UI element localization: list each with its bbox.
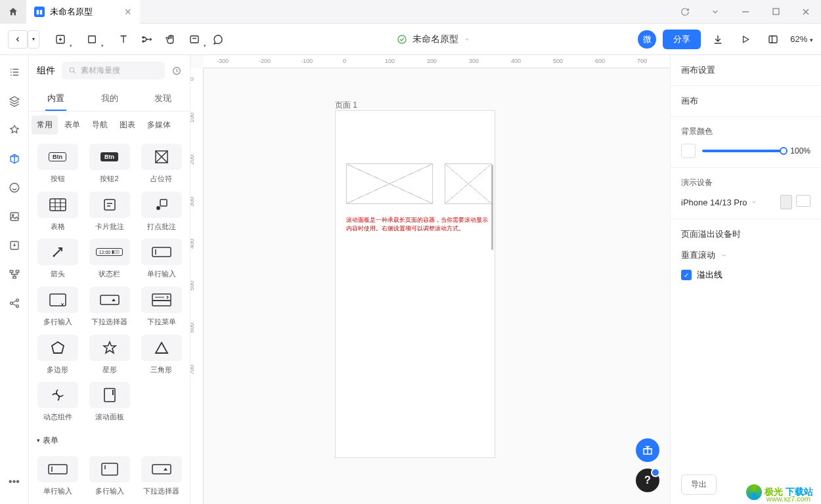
components-icon[interactable]	[5, 150, 24, 168]
tab-discover[interactable]: 发现	[136, 86, 190, 111]
hand-tool[interactable]	[160, 29, 181, 50]
comp-placeholder[interactable]: 占位符	[138, 144, 185, 186]
close-icon[interactable]: ✕	[124, 7, 132, 17]
overflow-line-label: 溢出线	[697, 269, 722, 281]
close-button[interactable]	[791, 0, 821, 24]
export-icon[interactable]	[5, 236, 24, 255]
overflow-checkbox[interactable]: ✓	[681, 270, 692, 280]
chevron-down-icon[interactable]	[464, 36, 470, 43]
document-name[interactable]: 未命名原型	[412, 33, 458, 45]
svg-rect-1	[773, 9, 779, 14]
overflow-label: 页面溢出设备时	[681, 228, 810, 240]
svg-rect-9	[769, 35, 777, 43]
comp-dynamic[interactable]: 动态组件	[34, 382, 81, 425]
comp-arrow[interactable]: 箭头	[34, 239, 81, 282]
flow-icon[interactable]	[5, 265, 24, 284]
history-icon[interactable]	[171, 66, 182, 76]
scroll-select[interactable]: 垂直滚动	[681, 249, 810, 261]
cat-form[interactable]: 表单	[59, 116, 85, 135]
portrait-button[interactable]	[780, 195, 792, 209]
device-select[interactable]: iPhone 14/13 Pro	[681, 198, 757, 207]
maximize-button[interactable]	[761, 0, 791, 24]
color-swatch[interactable]	[681, 144, 696, 158]
comp-polygon[interactable]: 多边形	[34, 335, 81, 377]
canvas[interactable]: -300 -200 -100 0 100 200 300 400 500 600…	[190, 55, 670, 504]
layers-icon[interactable]	[5, 92, 24, 110]
placeholder-1[interactable]	[346, 163, 433, 204]
outline-icon[interactable]	[5, 63, 24, 81]
cat-chart[interactable]: 图表	[114, 116, 141, 135]
cat-media[interactable]: 多媒体	[142, 116, 176, 135]
artboard[interactable]: 滚动面板是一种承载长页面的容器，当你需要滚动显示内容时使用。右侧设置项可以调整滚…	[335, 110, 495, 458]
back-dropdown[interactable]: ▾	[28, 30, 39, 49]
add-tool[interactable]: ▾	[50, 29, 71, 50]
section-form[interactable]: ▾表单	[34, 430, 185, 452]
gift-button[interactable]	[636, 438, 659, 462]
svg-point-11	[10, 183, 19, 192]
assets-icon[interactable]	[5, 121, 24, 139]
link-tool[interactable]	[137, 29, 158, 50]
comp-scroll-panel[interactable]: 滚动面板	[86, 382, 133, 425]
canvas-settings-tab[interactable]: 画布设置	[671, 55, 821, 86]
comp-textarea[interactable]: 多行输入	[34, 287, 81, 329]
note-tool[interactable]: ▾	[184, 29, 205, 50]
comp-input[interactable]: 单行输入	[138, 239, 185, 282]
comp-card-note[interactable]: 卡片批注	[86, 192, 133, 234]
panel-toggle[interactable]	[763, 29, 784, 50]
properties-panel: 画布设置 画布 背景颜色 100% 演示设备 iPhone 14/13 Pro …	[670, 55, 821, 504]
play-button[interactable]	[735, 29, 756, 50]
comp-form-input1[interactable]: 单行输入	[34, 456, 81, 499]
document-tab[interactable]: ▮▮ 未命名原型 ✕	[26, 0, 140, 24]
scrollbar[interactable]	[491, 165, 493, 250]
shape-tool[interactable]: ▾	[81, 29, 102, 50]
comp-dropdown-menu[interactable]: 下拉菜单	[138, 287, 185, 329]
wei-avatar[interactable]: 微	[638, 30, 656, 49]
svg-rect-7	[190, 35, 198, 43]
emoji-icon[interactable]	[5, 178, 24, 197]
cat-nav[interactable]: 导航	[87, 116, 113, 135]
device-section: 演示设备 iPhone 14/13 Pro	[671, 168, 821, 219]
comp-button2[interactable]: Btn按钮2	[86, 144, 133, 186]
page-label[interactable]: 页面 1	[335, 100, 357, 111]
back-button[interactable]	[8, 30, 28, 49]
tab-builtin[interactable]: 内置	[29, 86, 83, 111]
helper-text[interactable]: 滚动面板是一种承载长页面的容器，当你需要滚动显示内容时使用。右侧设置项可以调整滚…	[346, 216, 488, 232]
svg-rect-15	[10, 270, 13, 272]
app-icon: ▮▮	[34, 7, 45, 17]
help-button[interactable]: ?	[636, 469, 659, 492]
svg-point-27	[156, 206, 160, 210]
comp-statusbar[interactable]: 12:00▮▯▯状态栏	[86, 239, 133, 282]
overflow-section: 页面溢出设备时 垂直滚动 ✓ 溢出线	[671, 219, 821, 290]
search-input[interactable]: 素材海量搜	[62, 62, 165, 79]
tab-title: 未命名原型	[50, 6, 93, 18]
svg-rect-34	[152, 301, 171, 306]
comp-form-textarea[interactable]: 多行输入	[86, 456, 133, 499]
image-icon[interactable]	[5, 207, 24, 226]
share-icon[interactable]	[5, 294, 24, 312]
comp-select[interactable]: 下拉选择器	[86, 287, 133, 329]
more-icon[interactable]: •••	[5, 472, 24, 491]
svg-point-21	[70, 68, 74, 72]
comp-table[interactable]: 表格	[34, 192, 81, 234]
canvas-tab[interactable]: 画布	[671, 86, 821, 117]
chevron-down-icon[interactable]	[700, 0, 730, 24]
refresh-icon[interactable]	[670, 0, 700, 24]
home-button[interactable]	[0, 0, 26, 24]
landscape-button[interactable]	[796, 195, 810, 207]
minimize-button[interactable]	[730, 0, 761, 24]
share-button[interactable]: 分享	[663, 30, 701, 49]
comp-triangle[interactable]: 三角形	[138, 335, 185, 377]
comp-star[interactable]: 星形	[86, 335, 133, 377]
cat-common[interactable]: 常用	[32, 116, 58, 135]
comp-button[interactable]: Btn按钮	[34, 144, 81, 186]
export-button[interactable]: 导出	[681, 474, 717, 495]
opacity-slider[interactable]	[702, 150, 784, 152]
comp-dot-note[interactable]: 打点批注	[138, 192, 185, 234]
tab-mine[interactable]: 我的	[83, 86, 137, 111]
download-button[interactable]	[707, 29, 728, 50]
zoom-level[interactable]: 62% ▾	[790, 34, 813, 44]
text-tool[interactable]	[113, 29, 134, 50]
placeholder-2[interactable]	[445, 163, 492, 204]
comment-tool[interactable]	[208, 29, 229, 50]
comp-form-select[interactable]: 下拉选择器	[138, 456, 185, 499]
